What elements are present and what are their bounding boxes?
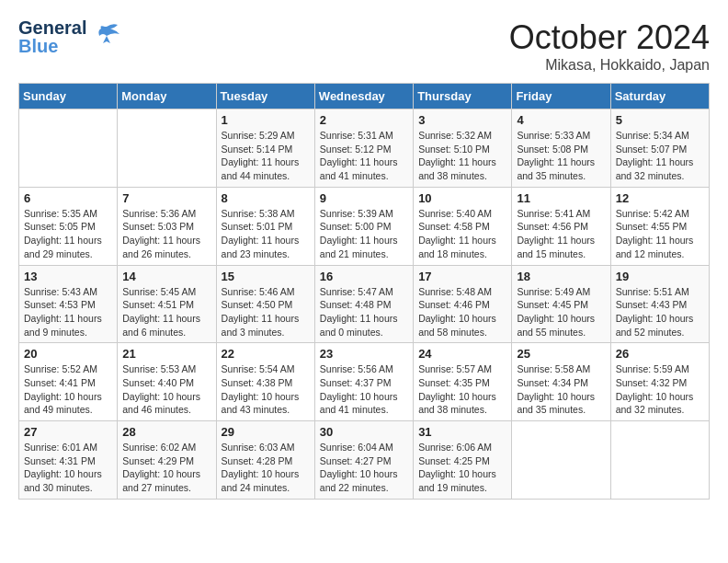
day-number: 22 [222,347,310,361]
page-header: General Blue October 2024 Mikasa, Hokkai… [18,18,710,74]
calendar-cell [118,109,216,188]
day-number: 4 [517,113,605,127]
calendar-cell: 26Sunrise: 5:59 AM Sunset: 4:32 PM Dayli… [610,343,709,421]
day-info: Sunrise: 5:42 AM Sunset: 4:55 PM Dayligh… [616,207,704,261]
day-number: 3 [418,113,506,127]
calendar-cell: 7Sunrise: 5:36 AM Sunset: 5:03 PM Daylig… [118,187,216,265]
calendar-cell: 16Sunrise: 5:47 AM Sunset: 4:48 PM Dayli… [314,265,413,343]
calendar-cell: 23Sunrise: 5:56 AM Sunset: 4:37 PM Dayli… [314,343,413,421]
day-number: 17 [418,270,506,283]
day-info: Sunrise: 5:54 AM Sunset: 4:38 PM Dayligh… [222,362,310,417]
day-number: 2 [320,113,408,127]
day-info: Sunrise: 5:34 AM Sunset: 5:07 PM Dayligh… [616,129,704,183]
day-info: Sunrise: 5:51 AM Sunset: 4:43 PM Dayligh… [616,285,704,339]
day-info: Sunrise: 5:57 AM Sunset: 4:35 PM Dayligh… [418,362,506,417]
day-number: 6 [24,191,112,205]
calendar-cell: 8Sunrise: 5:38 AM Sunset: 5:01 PM Daylig… [216,187,314,265]
calendar-cell [610,421,709,500]
day-number: 18 [517,270,605,283]
calendar-cell: 6Sunrise: 5:35 AM Sunset: 5:05 PM Daylig… [19,187,118,265]
calendar-cell: 28Sunrise: 6:02 AM Sunset: 4:29 PM Dayli… [118,421,216,500]
calendar-week-row: 27Sunrise: 6:01 AM Sunset: 4:31 PM Dayli… [19,421,710,500]
day-number: 16 [320,270,408,283]
calendar-cell: 13Sunrise: 5:43 AM Sunset: 4:53 PM Dayli… [19,265,118,343]
calendar-cell: 2Sunrise: 5:31 AM Sunset: 5:12 PM Daylig… [314,109,413,188]
col-header-sunday: Sunday [19,84,118,109]
day-info: Sunrise: 5:33 AM Sunset: 5:08 PM Dayligh… [517,129,605,183]
day-number: 13 [24,270,112,283]
calendar-cell: 11Sunrise: 5:41 AM Sunset: 4:56 PM Dayli… [512,187,610,265]
calendar-cell [19,109,118,188]
calendar-cell: 12Sunrise: 5:42 AM Sunset: 4:55 PM Dayli… [610,187,709,265]
calendar-cell: 22Sunrise: 5:54 AM Sunset: 4:38 PM Dayli… [216,343,314,421]
day-number: 1 [222,113,310,127]
month-title: October 2024 [509,18,710,57]
col-header-friday: Friday [512,84,610,109]
day-number: 24 [418,347,506,361]
day-info: Sunrise: 6:04 AM Sunset: 4:27 PM Dayligh… [320,441,408,495]
col-header-tuesday: Tuesday [216,84,314,109]
calendar-week-row: 20Sunrise: 5:52 AM Sunset: 4:41 PM Dayli… [19,343,710,421]
calendar-cell: 27Sunrise: 6:01 AM Sunset: 4:31 PM Dayli… [19,421,118,500]
calendar-table: SundayMondayTuesdayWednesdayThursdayFrid… [18,83,710,500]
day-info: Sunrise: 5:46 AM Sunset: 4:50 PM Dayligh… [222,285,310,339]
calendar-cell: 4Sunrise: 5:33 AM Sunset: 5:08 PM Daylig… [512,109,610,188]
calendar-cell: 15Sunrise: 5:46 AM Sunset: 4:50 PM Dayli… [216,265,314,343]
day-number: 12 [616,191,704,205]
day-info: Sunrise: 5:53 AM Sunset: 4:40 PM Dayligh… [122,362,210,417]
calendar-cell: 19Sunrise: 5:51 AM Sunset: 4:43 PM Dayli… [610,265,709,343]
day-info: Sunrise: 5:58 AM Sunset: 4:34 PM Dayligh… [517,362,605,417]
day-info: Sunrise: 5:56 AM Sunset: 4:37 PM Dayligh… [320,362,408,417]
calendar-cell [512,421,610,500]
day-info: Sunrise: 6:06 AM Sunset: 4:25 PM Dayligh… [418,441,506,495]
day-info: Sunrise: 5:38 AM Sunset: 5:01 PM Dayligh… [222,207,310,261]
calendar-cell: 21Sunrise: 5:53 AM Sunset: 4:40 PM Dayli… [118,343,216,421]
day-number: 26 [616,347,704,361]
location-subtitle: Mikasa, Hokkaido, Japan [509,57,710,74]
calendar-cell: 18Sunrise: 5:49 AM Sunset: 4:45 PM Dayli… [512,265,610,343]
day-number: 15 [222,270,310,283]
col-header-monday: Monday [118,84,216,109]
calendar-cell: 29Sunrise: 6:03 AM Sunset: 4:28 PM Dayli… [216,421,314,500]
day-number: 20 [24,347,112,361]
calendar-cell: 10Sunrise: 5:40 AM Sunset: 4:58 PM Dayli… [414,187,512,265]
calendar-cell: 3Sunrise: 5:32 AM Sunset: 5:10 PM Daylig… [414,109,512,188]
logo: General Blue [18,18,121,55]
day-number: 5 [616,113,704,127]
day-number: 25 [517,347,605,361]
calendar-cell: 30Sunrise: 6:04 AM Sunset: 4:27 PM Dayli… [314,421,413,500]
day-info: Sunrise: 5:32 AM Sunset: 5:10 PM Dayligh… [418,129,506,183]
day-info: Sunrise: 5:35 AM Sunset: 5:05 PM Dayligh… [24,207,112,261]
calendar-week-row: 6Sunrise: 5:35 AM Sunset: 5:05 PM Daylig… [19,187,710,265]
calendar-cell: 14Sunrise: 5:45 AM Sunset: 4:51 PM Dayli… [118,265,216,343]
day-info: Sunrise: 5:41 AM Sunset: 4:56 PM Dayligh… [517,207,605,261]
logo-general: General [18,18,86,37]
day-info: Sunrise: 5:39 AM Sunset: 5:00 PM Dayligh… [320,207,408,261]
calendar-cell: 31Sunrise: 6:06 AM Sunset: 4:25 PM Dayli… [414,421,512,500]
logo-bird-icon [92,19,121,55]
calendar-cell: 24Sunrise: 5:57 AM Sunset: 4:35 PM Dayli… [414,343,512,421]
logo-blue: Blue [18,37,86,55]
col-header-wednesday: Wednesday [314,84,413,109]
title-block: October 2024 Mikasa, Hokkaido, Japan [509,18,710,74]
day-number: 30 [320,425,408,439]
col-header-saturday: Saturday [610,84,709,109]
day-number: 7 [122,191,210,205]
day-info: Sunrise: 6:03 AM Sunset: 4:28 PM Dayligh… [222,441,310,495]
day-number: 27 [24,425,112,439]
calendar-cell: 9Sunrise: 5:39 AM Sunset: 5:00 PM Daylig… [314,187,413,265]
day-info: Sunrise: 5:52 AM Sunset: 4:41 PM Dayligh… [24,362,112,417]
calendar-cell: 1Sunrise: 5:29 AM Sunset: 5:14 PM Daylig… [216,109,314,188]
calendar-cell: 20Sunrise: 5:52 AM Sunset: 4:41 PM Dayli… [19,343,118,421]
day-number: 19 [616,270,704,283]
day-info: Sunrise: 5:40 AM Sunset: 4:58 PM Dayligh… [418,207,506,261]
calendar-header-row: SundayMondayTuesdayWednesdayThursdayFrid… [19,84,710,109]
day-number: 29 [222,425,310,439]
day-number: 23 [320,347,408,361]
calendar-cell: 5Sunrise: 5:34 AM Sunset: 5:07 PM Daylig… [610,109,709,188]
day-info: Sunrise: 5:49 AM Sunset: 4:45 PM Dayligh… [517,285,605,339]
day-number: 11 [517,191,605,205]
day-info: Sunrise: 5:31 AM Sunset: 5:12 PM Dayligh… [320,129,408,183]
day-info: Sunrise: 5:36 AM Sunset: 5:03 PM Dayligh… [122,207,210,261]
day-info: Sunrise: 6:02 AM Sunset: 4:29 PM Dayligh… [122,441,210,495]
